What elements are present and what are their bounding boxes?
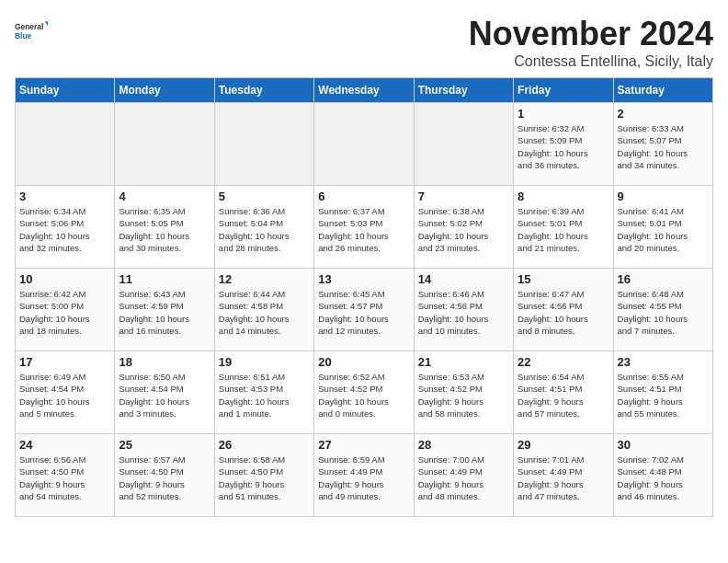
calendar-cell: 24Sunrise: 6:56 AMSunset: 4:50 PMDayligh…	[16, 434, 115, 517]
day-number: 20	[318, 355, 409, 369]
day-number: 25	[119, 438, 210, 452]
day-info: Sunrise: 6:46 AMSunset: 4:56 PMDaylight:…	[418, 288, 509, 337]
calendar-cell: 27Sunrise: 6:59 AMSunset: 4:49 PMDayligh…	[314, 434, 414, 517]
day-info: Sunrise: 6:56 AMSunset: 4:50 PMDaylight:…	[19, 454, 110, 502]
day-info: Sunrise: 6:48 AMSunset: 4:55 PMDaylight:…	[618, 288, 709, 337]
calendar-cell: 12Sunrise: 6:44 AMSunset: 4:58 PMDayligh…	[214, 269, 313, 351]
svg-text:General: General	[15, 22, 43, 31]
day-info: Sunrise: 6:49 AMSunset: 4:54 PMDaylight:…	[19, 371, 110, 419]
day-number: 6	[318, 190, 409, 203]
calendar-cell: 14Sunrise: 6:46 AMSunset: 4:56 PMDayligh…	[414, 269, 513, 351]
day-info: Sunrise: 6:32 AMSunset: 5:09 PMDaylight:…	[518, 122, 609, 171]
calendar-cell: 17Sunrise: 6:49 AMSunset: 4:54 PMDayligh…	[16, 351, 115, 434]
day-number: 14	[418, 272, 509, 286]
day-info: Sunrise: 6:45 AMSunset: 4:57 PMDaylight:…	[318, 288, 409, 337]
header: General Blue November 2024 Contessa Ente…	[15, 15, 713, 70]
day-info: Sunrise: 7:02 AMSunset: 4:48 PMDaylight:…	[618, 454, 709, 502]
day-number: 11	[119, 272, 210, 286]
day-info: Sunrise: 6:36 AMSunset: 5:04 PMDaylight:…	[219, 205, 310, 254]
calendar-cell: 13Sunrise: 6:45 AMSunset: 4:57 PMDayligh…	[314, 269, 414, 351]
calendar-cell: 18Sunrise: 6:50 AMSunset: 4:54 PMDayligh…	[115, 351, 214, 434]
month-title: November 2024	[469, 15, 713, 53]
calendar-cell	[314, 103, 414, 186]
logo: General Blue	[15, 15, 48, 48]
calendar-week-row: 17Sunrise: 6:49 AMSunset: 4:54 PMDayligh…	[16, 351, 713, 434]
calendar-week-row: 24Sunrise: 6:56 AMSunset: 4:50 PMDayligh…	[16, 434, 713, 517]
day-info: Sunrise: 6:52 AMSunset: 4:52 PMDaylight:…	[318, 371, 409, 419]
day-number: 9	[618, 190, 709, 203]
calendar-cell: 19Sunrise: 6:51 AMSunset: 4:53 PMDayligh…	[214, 351, 313, 434]
weekday-header-tuesday: Tuesday	[214, 78, 313, 103]
location-subtitle: Contessa Entellina, Sicily, Italy	[469, 53, 713, 70]
day-info: Sunrise: 6:37 AMSunset: 5:03 PMDaylight:…	[318, 205, 409, 254]
day-info: Sunrise: 6:38 AMSunset: 5:02 PMDaylight:…	[418, 205, 509, 254]
calendar-cell: 25Sunrise: 6:57 AMSunset: 4:50 PMDayligh…	[115, 434, 214, 517]
day-info: Sunrise: 6:39 AMSunset: 5:01 PMDaylight:…	[518, 205, 609, 254]
svg-text:Blue: Blue	[15, 31, 32, 40]
calendar-cell	[214, 103, 313, 186]
calendar-cell	[414, 103, 513, 186]
calendar-cell	[16, 103, 115, 186]
calendar-cell: 22Sunrise: 6:54 AMSunset: 4:51 PMDayligh…	[514, 351, 613, 434]
day-number: 23	[618, 355, 709, 369]
day-number: 21	[418, 355, 509, 369]
calendar-cell: 21Sunrise: 6:53 AMSunset: 4:52 PMDayligh…	[414, 351, 513, 434]
day-info: Sunrise: 6:55 AMSunset: 4:51 PMDaylight:…	[618, 371, 709, 419]
calendar-cell	[115, 103, 214, 186]
calendar-cell: 2Sunrise: 6:33 AMSunset: 5:07 PMDaylight…	[613, 103, 712, 186]
day-info: Sunrise: 6:54 AMSunset: 4:51 PMDaylight:…	[518, 371, 609, 419]
calendar-cell: 15Sunrise: 6:47 AMSunset: 4:56 PMDayligh…	[514, 269, 613, 351]
calendar-cell: 6Sunrise: 6:37 AMSunset: 5:03 PMDaylight…	[314, 186, 414, 269]
logo-svg: General Blue	[15, 15, 48, 48]
calendar-week-row: 10Sunrise: 6:42 AMSunset: 5:00 PMDayligh…	[16, 269, 713, 351]
calendar-cell: 8Sunrise: 6:39 AMSunset: 5:01 PMDaylight…	[514, 186, 613, 269]
calendar-cell: 11Sunrise: 6:43 AMSunset: 4:59 PMDayligh…	[115, 269, 214, 351]
weekday-header-friday: Friday	[514, 78, 613, 103]
calendar-week-row: 1Sunrise: 6:32 AMSunset: 5:09 PMDaylight…	[16, 103, 713, 186]
calendar-cell: 9Sunrise: 6:41 AMSunset: 5:01 PMDaylight…	[613, 186, 712, 269]
day-number: 19	[219, 355, 310, 369]
day-info: Sunrise: 6:50 AMSunset: 4:54 PMDaylight:…	[119, 371, 210, 419]
day-number: 17	[19, 355, 110, 369]
day-info: Sunrise: 6:33 AMSunset: 5:07 PMDaylight:…	[618, 122, 709, 171]
calendar-table: SundayMondayTuesdayWednesdayThursdayFrid…	[15, 77, 713, 517]
calendar-cell: 20Sunrise: 6:52 AMSunset: 4:52 PMDayligh…	[314, 351, 414, 434]
weekday-header-row: SundayMondayTuesdayWednesdayThursdayFrid…	[16, 78, 713, 103]
day-number: 2	[618, 107, 709, 121]
calendar-cell: 5Sunrise: 6:36 AMSunset: 5:04 PMDaylight…	[214, 186, 313, 269]
weekday-header-sunday: Sunday	[16, 78, 115, 103]
day-number: 27	[318, 438, 409, 452]
day-number: 7	[418, 190, 509, 203]
day-number: 8	[518, 190, 609, 203]
day-number: 15	[518, 272, 609, 286]
day-number: 29	[518, 438, 609, 452]
day-info: Sunrise: 6:35 AMSunset: 5:05 PMDaylight:…	[119, 205, 210, 254]
day-number: 10	[19, 272, 110, 286]
calendar-cell: 26Sunrise: 6:58 AMSunset: 4:50 PMDayligh…	[214, 434, 313, 517]
calendar-cell: 16Sunrise: 6:48 AMSunset: 4:55 PMDayligh…	[613, 269, 712, 351]
day-info: Sunrise: 6:58 AMSunset: 4:50 PMDaylight:…	[219, 454, 310, 502]
svg-marker-2	[45, 21, 48, 28]
day-number: 28	[418, 438, 509, 452]
day-info: Sunrise: 6:53 AMSunset: 4:52 PMDaylight:…	[418, 371, 509, 419]
day-info: Sunrise: 6:41 AMSunset: 5:01 PMDaylight:…	[618, 205, 709, 254]
weekday-header-saturday: Saturday	[613, 78, 712, 103]
day-number: 18	[119, 355, 210, 369]
weekday-header-thursday: Thursday	[414, 78, 513, 103]
day-number: 3	[19, 190, 110, 203]
day-number: 12	[219, 272, 310, 286]
calendar-cell: 3Sunrise: 6:34 AMSunset: 5:06 PMDaylight…	[16, 186, 115, 269]
calendar-cell: 10Sunrise: 6:42 AMSunset: 5:00 PMDayligh…	[16, 269, 115, 351]
calendar-cell: 28Sunrise: 7:00 AMSunset: 4:49 PMDayligh…	[414, 434, 513, 517]
day-number: 4	[119, 190, 210, 203]
calendar-cell: 7Sunrise: 6:38 AMSunset: 5:02 PMDaylight…	[414, 186, 513, 269]
weekday-header-wednesday: Wednesday	[314, 78, 414, 103]
day-info: Sunrise: 6:44 AMSunset: 4:58 PMDaylight:…	[219, 288, 310, 337]
day-number: 22	[518, 355, 609, 369]
calendar-week-row: 3Sunrise: 6:34 AMSunset: 5:06 PMDaylight…	[16, 186, 713, 269]
day-info: Sunrise: 6:43 AMSunset: 4:59 PMDaylight:…	[119, 288, 210, 337]
day-number: 24	[19, 438, 110, 452]
day-info: Sunrise: 6:47 AMSunset: 4:56 PMDaylight:…	[518, 288, 609, 337]
day-number: 26	[219, 438, 310, 452]
weekday-header-monday: Monday	[115, 78, 214, 103]
